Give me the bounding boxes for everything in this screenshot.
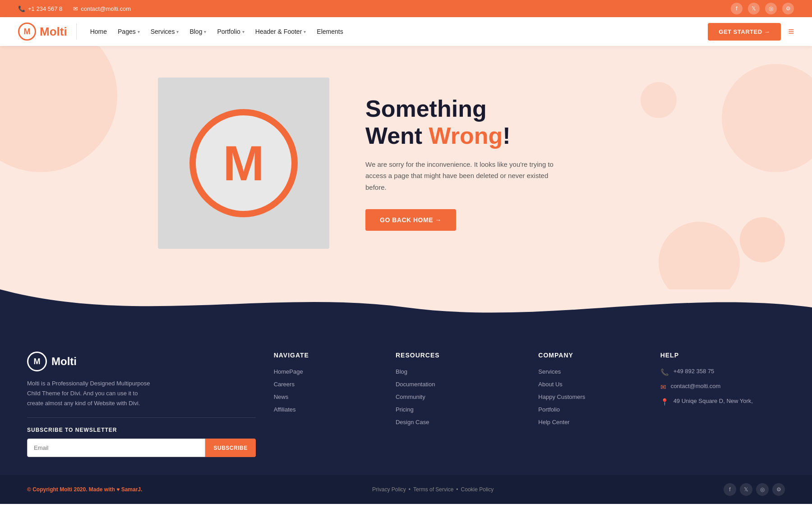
settings-icon[interactable]: ⚙ xyxy=(782,3,794,14)
co-services[interactable]: Services xyxy=(538,368,561,375)
footer-navigate: NAVIGATE HomePage Careers News Affiliate… xyxy=(274,352,378,457)
footer-twitter-icon[interactable]: 𝕏 xyxy=(740,483,752,496)
brand-logo[interactable]: M Molti xyxy=(18,23,67,41)
navigate-list: HomePage Careers News Affiliates xyxy=(274,368,378,413)
phone-icon: 📞 xyxy=(18,5,25,12)
get-started-button[interactable]: GET STARTED → xyxy=(708,23,781,41)
chevron-icon: ▾ xyxy=(204,29,206,34)
res-blog[interactable]: Blog xyxy=(396,368,407,375)
resources-list: Blog Documentation Community Pricing Des… xyxy=(396,368,520,425)
footer-divider xyxy=(27,417,256,418)
email-icon: ✉ xyxy=(73,5,78,12)
help-address: 📍 49 Uniqe Square D, New York, xyxy=(660,398,785,406)
footer-policy-links: Privacy Policy • Terms of Service • Cook… xyxy=(372,486,494,493)
title-exclaim: ! xyxy=(503,123,510,149)
brand-name: Molti xyxy=(40,25,67,39)
navbar-right: GET STARTED → ≡ xyxy=(708,23,794,41)
help-phone-number: +49 892 358 75 xyxy=(674,368,715,375)
email-icon: ✉ xyxy=(660,383,666,391)
footer: M Molti Molti is a Professionally Design… xyxy=(0,325,812,504)
footer-logo-circle: M xyxy=(27,352,47,371)
chevron-icon: ▾ xyxy=(242,29,245,34)
help-title: HELP xyxy=(660,352,785,359)
error-section: M Something Went Wrong! We are sorry for… xyxy=(0,46,812,289)
footer-top: M Molti Molti is a Professionally Design… xyxy=(27,352,785,475)
help-phone: 📞 +49 892 358 75 xyxy=(660,368,785,376)
location-icon: 📍 xyxy=(660,398,669,406)
footer-bottom: © Copyright Molti 2020. Made with ♥ Sama… xyxy=(0,475,812,504)
res-community[interactable]: Community xyxy=(396,393,425,400)
nav-careers[interactable]: Careers xyxy=(274,381,295,388)
nav-pages[interactable]: Pages ▾ xyxy=(113,25,144,38)
navbar: M Molti Home Pages ▾ Services ▾ Blog ▾ P… xyxy=(0,17,812,46)
nav-portfolio[interactable]: Portfolio ▾ xyxy=(212,25,249,38)
title-wrong: Wrong xyxy=(429,123,503,149)
footer-logo: M Molti xyxy=(27,352,256,371)
list-item: Services xyxy=(538,368,642,375)
nav-home[interactable]: Home xyxy=(86,25,111,38)
co-customers[interactable]: Happy Customers xyxy=(538,393,585,400)
help-email: ✉ contact@molti.com xyxy=(660,383,785,391)
nav-services[interactable]: Services ▾ xyxy=(146,25,184,38)
list-item: News xyxy=(274,393,378,400)
dot-separator: • xyxy=(409,486,411,493)
heart-icon: ♥ xyxy=(116,486,121,493)
error-description: We are sorry for the inconvenience. It l… xyxy=(365,159,564,193)
title-went: Went xyxy=(365,123,429,149)
list-item: Community xyxy=(396,393,520,400)
hero-text: Something Went Wrong! We are sorry for t… xyxy=(365,96,654,231)
top-bar-left: 📞 +1 234 567 8 ✉ contact@molti.com xyxy=(18,5,131,12)
chevron-icon: ▾ xyxy=(304,29,306,34)
list-item: About Us xyxy=(538,380,642,388)
list-item: Help Center xyxy=(538,418,642,425)
footer-brand: M Molti Molti is a Professionally Design… xyxy=(27,352,256,457)
footer-brand-name: Molti xyxy=(51,355,77,368)
nav-blog[interactable]: Blog ▾ xyxy=(185,25,211,38)
twitter-icon[interactable]: 𝕏 xyxy=(748,3,760,14)
terms-link[interactable]: Terms of Service xyxy=(413,486,453,493)
co-help-center[interactable]: Help Center xyxy=(538,419,569,425)
cookie-policy-link[interactable]: Cookie Policy xyxy=(461,486,494,493)
res-documentation[interactable]: Documentation xyxy=(396,381,435,388)
privacy-policy-link[interactable]: Privacy Policy xyxy=(372,486,406,493)
deco-circle-2 xyxy=(740,217,785,262)
nav-affiliates[interactable]: Affiliates xyxy=(274,406,296,413)
co-about[interactable]: About Us xyxy=(538,381,562,388)
footer-facebook-icon[interactable]: f xyxy=(724,483,736,496)
chevron-icon: ▾ xyxy=(176,29,179,34)
facebook-icon[interactable]: f xyxy=(731,3,743,14)
nav-homepage[interactable]: HomePage xyxy=(274,368,303,375)
list-item: HomePage xyxy=(274,368,378,375)
res-pricing[interactable]: Pricing xyxy=(396,406,414,413)
newsletter-email-input[interactable] xyxy=(27,439,205,457)
resources-title: RESOURCES xyxy=(396,352,520,359)
footer-company: COMPANY Services About Us Happy Customer… xyxy=(538,352,642,457)
nav-header-footer[interactable]: Header & Footer ▾ xyxy=(251,25,311,38)
list-item: Affiliates xyxy=(274,406,378,413)
co-portfolio[interactable]: Portfolio xyxy=(538,406,560,413)
footer-settings-icon[interactable]: ⚙ xyxy=(772,483,785,496)
go-home-button[interactable]: GO BACK HOME → xyxy=(365,209,456,231)
hero-image-box: M xyxy=(158,78,329,249)
newsletter-subscribe-button[interactable]: SUBSCRIBE xyxy=(205,439,255,457)
email-info: ✉ contact@molti.com xyxy=(73,5,131,12)
instagram-icon[interactable]: ◎ xyxy=(765,3,777,14)
logo-icon: M xyxy=(18,23,36,41)
nav-news[interactable]: News xyxy=(274,393,289,400)
hero-content: M Something Went Wrong! We are sorry for… xyxy=(158,78,654,249)
nav-elements[interactable]: Elements xyxy=(312,25,347,38)
nav-divider xyxy=(76,23,77,40)
help-address-text: 49 Uniqe Square D, New York, xyxy=(674,398,753,404)
help-email-address: contact@molti.com xyxy=(671,383,721,389)
list-item: Pricing xyxy=(396,406,520,413)
res-design-case[interactable]: Design Case xyxy=(396,419,429,425)
phone-number: +1 234 567 8 xyxy=(28,5,62,12)
title-something: Something xyxy=(365,96,487,122)
hamburger-icon[interactable]: ≡ xyxy=(788,26,794,37)
newsletter-title: SUBSCRIBE TO NEWSLETTER xyxy=(27,427,256,433)
nav-links: Home Pages ▾ Services ▾ Blog ▾ Portfolio… xyxy=(86,25,348,38)
email-address: contact@molti.com xyxy=(81,5,131,12)
footer-social-icons: f 𝕏 ◎ ⚙ xyxy=(724,483,785,496)
top-bar-social: f 𝕏 ◎ ⚙ xyxy=(731,3,794,14)
footer-instagram-icon[interactable]: ◎ xyxy=(756,483,769,496)
